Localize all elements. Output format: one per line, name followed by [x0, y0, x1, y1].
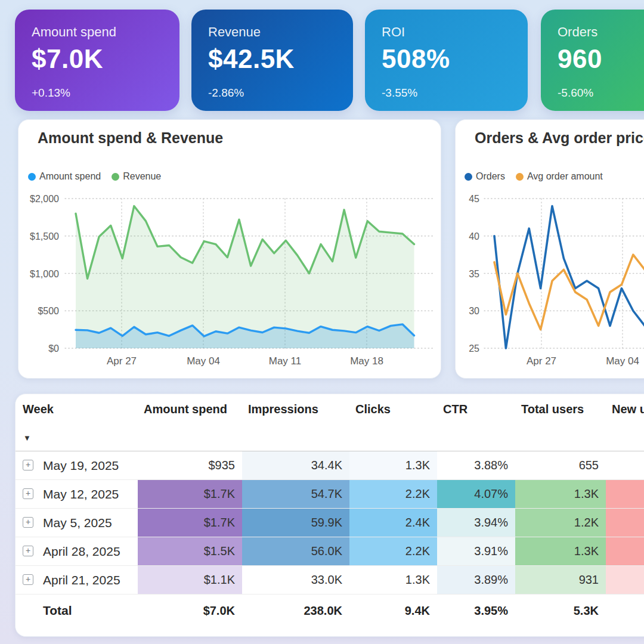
line-chart-orders-avg-order[interactable]: 4540353025Apr 27May 04: [456, 120, 644, 379]
svg-text:$2,000: $2,000: [30, 194, 59, 204]
weekly-metrics-table: Week Amount spend Impressions Clicks CTR…: [15, 394, 644, 637]
column-header-clicks[interactable]: Clicks: [349, 402, 391, 416]
svg-text:45: 45: [469, 194, 479, 204]
value-cell: $1.7K: [138, 509, 242, 537]
value-cell: 59.9K: [242, 509, 349, 537]
svg-text:30: 30: [469, 306, 479, 316]
value-cell: $1.1K: [138, 566, 242, 594]
kpi-delta: -3.55%: [382, 86, 511, 100]
value-cell: [606, 537, 644, 565]
svg-text:25: 25: [469, 343, 479, 354]
svg-text:40: 40: [469, 231, 479, 242]
value-cell: [606, 480, 644, 508]
table-row[interactable]: +May 19, 2025$93534.4K1.3K3.88%655: [16, 451, 644, 480]
value-cell: 1.3K: [349, 566, 437, 594]
table-row[interactable]: +April 21, 2025$1.1K33.0K1.3K3.89%931: [16, 566, 644, 595]
value-cell: 54.7K: [242, 480, 349, 508]
total-value-cell: 9.4K: [349, 595, 437, 627]
expand-row-button[interactable]: +: [23, 460, 33, 470]
svg-text:May 04: May 04: [187, 355, 220, 367]
total-label: Total: [43, 595, 72, 627]
value-cell: 931: [515, 566, 606, 594]
value-cell: $935: [138, 451, 242, 479]
expand-row-button[interactable]: +: [23, 546, 33, 556]
table-row[interactable]: +May 5, 2025$1.7K59.9K2.4K3.94%1.2K: [16, 509, 644, 537]
kpi-label: Orders: [558, 24, 644, 40]
week-cell: May 12, 2025: [43, 480, 119, 508]
column-header-new-users[interactable]: New users: [606, 402, 644, 416]
column-header-impressions[interactable]: Impressions: [242, 402, 318, 416]
chart-panel-orders-avg-order: Orders & Avg order price Orders Avg orde…: [455, 119, 644, 379]
table-body: +May 19, 2025$93534.4K1.3K3.88%655+May 1…: [16, 451, 644, 627]
week-cell: April 28, 2025: [43, 537, 120, 565]
chart-panel-amount-spend-revenue: Amount spend & Revenue Amount spend Reve…: [18, 119, 441, 379]
value-cell: [606, 509, 644, 537]
svg-text:$1,500: $1,500: [30, 231, 59, 242]
kpi-value: $7.0K: [32, 44, 163, 74]
value-cell: $1.7K: [138, 480, 242, 508]
area-chart-amount-spend-revenue[interactable]: $2,000$1,500$1,000$500$0Apr 27May 04May …: [18, 120, 442, 379]
value-cell: 1.3K: [515, 537, 606, 565]
value-cell: 33.0K: [242, 566, 349, 594]
svg-text:May 04: May 04: [606, 355, 639, 367]
value-cell: 2.2K: [349, 480, 437, 508]
kpi-card-revenue[interactable]: Revenue $42.5K -2.86%: [191, 10, 353, 111]
expand-row-button[interactable]: +: [23, 574, 33, 585]
kpi-card-orders[interactable]: Orders 960 -5.60%: [541, 10, 644, 111]
value-cell: 1.2K: [515, 509, 606, 537]
value-cell: 1.3K: [349, 451, 437, 479]
svg-text:$500: $500: [38, 306, 59, 316]
expand-row-button[interactable]: +: [23, 488, 33, 499]
column-header-ctr[interactable]: CTR: [437, 402, 467, 416]
kpi-value: $42.5K: [208, 44, 336, 74]
table-row[interactable]: +April 28, 2025$1.5K56.0K2.2K3.91%1.3K: [16, 537, 644, 566]
column-header-total-users[interactable]: Total users: [515, 402, 584, 416]
kpi-delta: +0.13%: [32, 86, 163, 100]
column-header-amount-spend[interactable]: Amount spend: [138, 402, 227, 416]
kpi-label: ROI: [382, 24, 511, 40]
svg-text:Apr 27: Apr 27: [107, 355, 137, 367]
total-value-cell: $7.0K: [138, 595, 242, 627]
kpi-value: 960: [558, 44, 644, 74]
value-cell: 3.88%: [437, 451, 515, 479]
kpi-label: Amount spend: [32, 24, 163, 40]
kpi-card-roi[interactable]: ROI 508% -3.55%: [365, 10, 528, 111]
value-cell: 3.89%: [437, 566, 515, 594]
value-cell: 655: [515, 451, 606, 479]
value-cell: $1.5K: [138, 537, 242, 565]
total-value-cell: 238.0K: [242, 595, 349, 627]
total-value-cell: 3.95%: [437, 595, 515, 627]
value-cell: [606, 566, 644, 594]
value-cell: 2.2K: [349, 537, 437, 565]
value-cell: 1.3K: [515, 480, 606, 508]
svg-text:May 18: May 18: [350, 355, 383, 367]
svg-text:Apr 27: Apr 27: [527, 355, 556, 367]
expand-row-button[interactable]: +: [23, 517, 33, 528]
value-cell: 3.91%: [437, 537, 515, 565]
chevron-down-icon[interactable]: ▼: [23, 434, 31, 442]
svg-text:$1,000: $1,000: [30, 269, 59, 279]
value-cell: 56.0K: [242, 537, 349, 565]
total-value-cell: [606, 595, 644, 627]
table-row[interactable]: +May 12, 2025$1.7K54.7K2.2K4.07%1.3K: [16, 480, 644, 509]
column-header-week[interactable]: Week: [23, 402, 54, 416]
value-cell: 4.07%: [437, 480, 515, 508]
week-cell: May 5, 2025: [43, 509, 112, 537]
value-cell: [606, 451, 644, 479]
week-cell: May 19, 2025: [43, 451, 119, 479]
week-cell: April 21, 2025: [43, 566, 120, 594]
value-cell: 2.4K: [349, 509, 437, 537]
total-value-cell: 5.3K: [515, 595, 606, 627]
svg-text:35: 35: [469, 269, 479, 279]
kpi-delta: -2.86%: [208, 86, 336, 100]
kpi-delta: -5.60%: [558, 86, 644, 100]
table-total-row: Total$7.0K238.0K9.4K3.95%5.3K: [16, 595, 644, 627]
svg-text:$0: $0: [48, 343, 59, 354]
kpi-value: 508%: [382, 44, 511, 74]
kpi-label: Revenue: [208, 24, 336, 40]
value-cell: 3.94%: [437, 509, 515, 537]
svg-text:May 11: May 11: [269, 355, 302, 367]
value-cell: 34.4K: [242, 451, 349, 479]
kpi-card-amount-spend[interactable]: Amount spend $7.0K +0.13%: [15, 10, 179, 111]
